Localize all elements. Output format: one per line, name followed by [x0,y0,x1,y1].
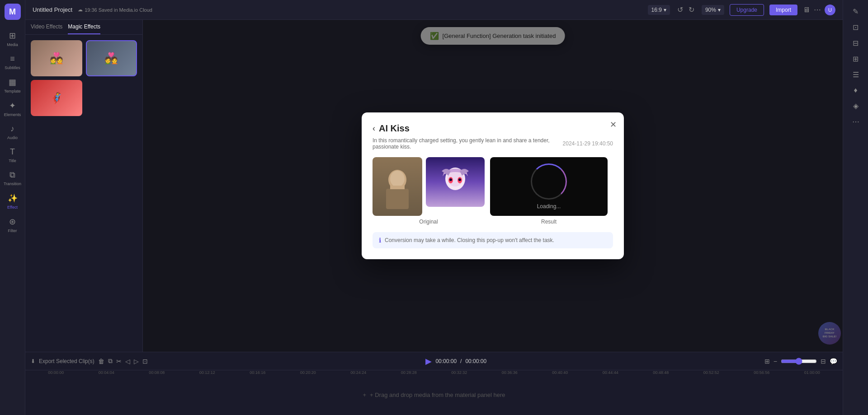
zoom-selector[interactable]: 90% ▾ [702,5,724,15]
plus-icon: + [363,392,366,398]
timeline-toolbar: ⬇ Export Selected Clip(s) 🗑 ⧉ ✂ ◁ ▷ ⊡ ▶ … [25,352,843,370]
sidebar-item-label: Filter [8,228,17,233]
timeline-copy-button[interactable]: ⧉ [108,357,113,365]
sidebar-item-title[interactable]: T Title [0,144,25,167]
effect-thumbnail-2[interactable]: 💑 [86,40,137,76]
sidebar-item-filter[interactable]: ⊛ Filter [0,213,25,237]
time-label-7: 00:28:28 [384,370,434,375]
time-separator: / [460,358,462,364]
time-label-3: 00:12:12 [182,370,233,375]
right-sidebar-item-1[interactable]: ✎ [843,4,868,19]
modal-timestamp: 2024-11-29 19:40:50 [563,140,613,147]
monitor-icon[interactable]: 🖥 [803,6,810,14]
effect-thumbnail-3[interactable]: 🦸 [31,80,82,116]
sidebar-item-media[interactable]: ⊞ Media [0,27,25,51]
edit5-icon: ☰ [853,70,859,79]
time-label-15: 01:00:00 [787,370,838,375]
sidebar-item-label: Effect [7,205,18,210]
export-icon: ⬇ [31,358,35,364]
timeline-view-toggle-button[interactable]: ⊟ [821,358,826,365]
template-icon: ▦ [9,77,16,87]
right-sidebar-item-4[interactable]: ⊞ [843,51,868,67]
effect-icon: ✨ [8,193,18,203]
modal-desc-row: In this romantically charged setting, yo… [373,137,613,150]
right-sidebar-item-2[interactable]: ⊡ [843,19,868,35]
undo-button[interactable]: ↺ [675,4,685,16]
time-current: 00:00:00 [435,358,457,364]
modal-title: AI Kiss [379,123,410,134]
timeline-time-labels: 00:00:00 00:04:04 00:08:08 00:12:12 00:1… [25,370,843,375]
modal-back-button[interactable]: ‹ [373,124,375,133]
effect-thumbnails-grid: 💑 💑 🦸 [25,35,142,121]
timeline-zoom-out-button[interactable]: − [774,358,777,365]
timeline-zoom-fit-button[interactable]: ⊞ [764,358,770,365]
time-label-1: 00:04:04 [81,370,132,375]
user-avatar[interactable]: U [825,5,835,15]
sidebar-item-effect[interactable]: ✨ Effect [0,190,25,213]
sidebar-item-transition[interactable]: ⧉ Transition [0,167,25,190]
import-button[interactable]: Import [769,5,797,15]
info-icon: ℹ [379,237,381,244]
chevron-down-icon: ▾ [718,7,721,13]
right-sidebar-item-8[interactable]: ⋯ [843,114,868,130]
timeline-settings-button[interactable]: 💬 [830,358,837,365]
result-label: Result [541,219,557,225]
timeline-center-controls: ▶ 00:00:00 / 00:00:00 [151,356,761,366]
timeline-left-arrow-button[interactable]: ◁ [125,358,130,365]
topbar-extra-icons: 🖥 ⋯ U [803,5,835,15]
aspect-ratio-selector[interactable]: 16:9 ▾ [648,5,670,15]
more-icon[interactable]: ⋯ [814,5,821,14]
right-sidebar-item-6[interactable]: ♦ [843,83,868,98]
timeline-zoom-slider[interactable] [781,358,817,365]
right-sidebar-item-3[interactable]: ⊟ [843,35,868,51]
sidebar-item-template[interactable]: ▦ Template [0,74,25,97]
canvas-area: ✅ [General Function] Generation task ini… [143,20,843,352]
edit8-icon: ⋯ [852,117,859,126]
export-label[interactable]: Export Selected Clip(s) [39,358,94,364]
topbar: Untitled Project ☁ 19:36 Saved in Media.… [25,0,843,20]
result-image-group: Loading... Result [490,157,608,225]
sidebar-item-label: Media [7,42,18,47]
timeline-more-button[interactable]: ⊡ [142,358,148,365]
timeline-delete-button[interactable]: 🗑 [98,358,104,365]
sidebar-item-label: Transition [4,182,21,186]
timeline-track[interactable]: + + Drag and drop media from the materia… [25,375,843,415]
redo-button[interactable]: ↻ [687,4,696,16]
time-label-9: 00:36:36 [485,370,535,375]
svg-rect-1 [386,189,409,209]
svg-point-2 [390,171,405,187]
effect-thumbnail-1[interactable]: 💑 [31,40,82,76]
modal-images-row: Original Loading... Result [373,157,613,225]
audio-icon: ♪ [10,124,14,134]
edit4-icon: ⊞ [853,55,859,63]
content-row: Video Effects Magic Effects 💑 💑 🦸 ✅ [Gen… [25,20,843,352]
tab-video-effects[interactable]: Video Effects [31,23,62,34]
loading-text: Loading... [537,203,561,210]
time-label-11: 00:44:44 [585,370,636,375]
sidebar-item-label: Audio [7,135,18,140]
effect-panel: Video Effects Magic Effects 💑 💑 🦸 [25,20,143,352]
timeline-right-arrow-button[interactable]: ▷ [134,358,139,365]
time-label-6: 00:24:24 [333,370,384,375]
modal-close-button[interactable]: ✕ [610,120,617,130]
svg-point-8 [449,178,452,181]
sidebar-item-label: Elements [4,112,21,117]
right-sidebar-item-5[interactable]: ☰ [843,67,868,83]
chevron-down-icon: ▾ [664,7,666,13]
sidebar-item-audio[interactable]: ♪ Audio [0,121,25,144]
time-label-13: 00:52:52 [686,370,737,375]
timeline: ⬇ Export Selected Clip(s) 🗑 ⧉ ✂ ◁ ▷ ⊡ ▶ … [25,352,843,415]
time-label-0: 00:00:00 [31,370,81,375]
time-label-8: 00:32:32 [434,370,485,375]
time-total: 00:00:00 [465,358,486,364]
tab-magic-effects[interactable]: Magic Effects [68,23,100,34]
sidebar-item-elements[interactable]: ✦ Elements [0,97,25,121]
upgrade-button[interactable]: Upgrade [730,4,764,16]
timeline-split-button[interactable]: ✂ [116,358,122,365]
play-button[interactable]: ▶ [425,356,432,366]
right-sidebar-item-7[interactable]: ◈ [843,98,868,114]
sidebar-item-subtitles[interactable]: ≡ Subtitles [0,51,25,74]
title-icon: T [10,147,15,157]
left-sidebar: M ⊞ Media ≡ Subtitles ▦ Template ✦ Eleme… [0,0,25,415]
drop-label: + Drag and drop media from the material … [370,392,505,398]
